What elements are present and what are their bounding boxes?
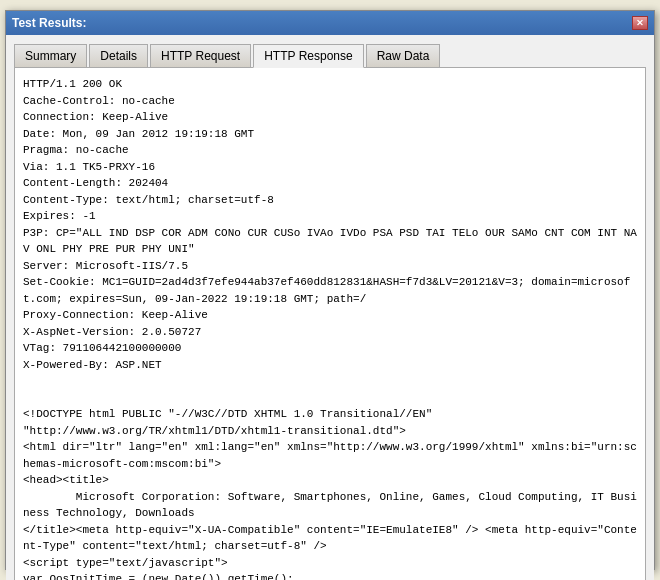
http-response-content[interactable]: HTTP/1.1 200 OK Cache-Control: no-cache … (15, 68, 645, 580)
window-title: Test Results: (12, 16, 86, 30)
window-body: Summary Details HTTP Request HTTP Respon… (6, 35, 654, 580)
title-bar: Test Results: ✕ (6, 11, 654, 35)
content-area: HTTP/1.1 200 OK Cache-Control: no-cache … (14, 67, 646, 580)
tab-details[interactable]: Details (89, 44, 148, 68)
tab-http-request[interactable]: HTTP Request (150, 44, 251, 68)
tab-summary[interactable]: Summary (14, 44, 87, 68)
test-results-window: Test Results: ✕ Summary Details HTTP Req… (5, 10, 655, 570)
title-bar-buttons: ✕ (632, 16, 648, 30)
tab-bar: Summary Details HTTP Request HTTP Respon… (14, 43, 646, 67)
tab-http-response[interactable]: HTTP Response (253, 44, 363, 68)
window-close-button[interactable]: ✕ (632, 16, 648, 30)
tab-raw-data[interactable]: Raw Data (366, 44, 441, 68)
